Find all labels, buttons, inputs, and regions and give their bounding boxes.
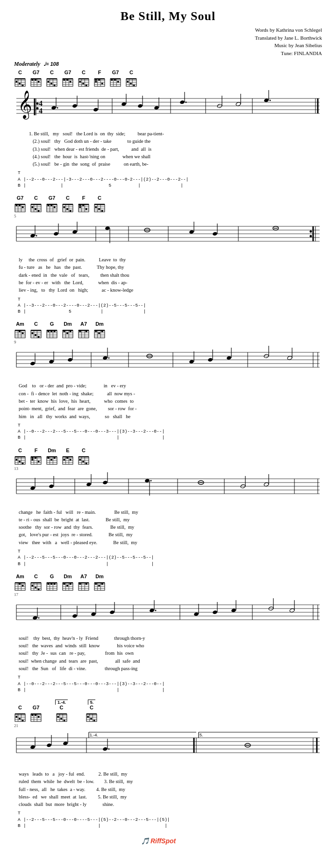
svg-point-150	[50, 204, 52, 206]
chord-diagram-g7-1	[30, 76, 42, 87]
svg-point-464	[193, 612, 199, 616]
chord-a7-s3: A7	[78, 321, 90, 339]
svg-text:1.-4.: 1.-4.	[90, 733, 98, 737]
svg-point-412	[50, 583, 52, 585]
chord-diagram-c	[14, 76, 26, 87]
svg-point-403	[38, 588, 40, 590]
svg-point-301	[287, 356, 292, 360]
svg-point-294	[207, 358, 213, 362]
svg-point-7	[15, 81, 17, 83]
credit-line3: Music by Jean Sibelius	[14, 42, 322, 49]
svg-point-393	[22, 585, 24, 587]
svg-point-250	[63, 330, 65, 332]
tab-section-5: T A|--0---2---2---5---5---0---0---3---|(…	[18, 674, 322, 693]
svg-point-182	[101, 210, 103, 212]
chord-g7-s2: G7	[14, 195, 26, 213]
credits: Words by Kathrina von Schlegel Translate…	[14, 26, 322, 57]
svg-point-231	[35, 334, 36, 336]
chord-diagram-g7-2	[62, 76, 74, 87]
svg-point-213	[310, 235, 312, 238]
svg-text:𝄞: 𝄞	[18, 91, 32, 120]
svg-point-354	[82, 461, 84, 462]
section-3: Am C	[14, 321, 322, 442]
chord-diagram-c2	[46, 76, 58, 87]
chord-volta-1-4: 1.-4. C	[55, 700, 68, 722]
lyric-line-2-1: ly the cross of grief or pain. Leave to …	[19, 256, 322, 264]
watermark: 🎵 RiffSpot	[14, 835, 322, 847]
svg-point-431	[79, 583, 81, 585]
measure-num-3: 9	[14, 340, 322, 344]
svg-point-374	[150, 480, 152, 481]
svg-point-421	[63, 583, 65, 585]
svg-point-192	[53, 232, 58, 236]
svg-point-333	[47, 457, 49, 459]
svg-point-449	[32, 616, 37, 620]
svg-point-189	[30, 234, 35, 238]
chord-diagram-c3	[78, 76, 90, 87]
svg-text:RiffSpot: RiffSpot	[150, 837, 177, 845]
svg-point-85	[36, 107, 39, 110]
svg-point-462	[155, 609, 157, 611]
svg-point-140	[35, 208, 36, 210]
svg-point-312	[15, 459, 17, 461]
lyric-line-2-3: dark - ened in the vale of tears, then s…	[19, 272, 322, 279]
svg-point-131	[22, 206, 24, 208]
svg-point-504	[57, 716, 59, 718]
svg-point-535	[108, 749, 110, 750]
section-4: C F	[14, 448, 322, 569]
svg-point-222	[22, 332, 24, 334]
svg-point-191	[36, 235, 37, 237]
svg-point-451	[38, 617, 40, 618]
svg-point-413	[54, 583, 56, 585]
page: Be Still, My Soul Words by Kathrina von …	[0, 0, 336, 866]
svg-point-103	[137, 104, 143, 108]
svg-point-516	[93, 720, 95, 721]
svg-point-287	[108, 357, 110, 359]
svg-point-203	[189, 230, 194, 234]
staff-notation-1: 𝄞 4 4	[14, 88, 322, 130]
svg-point-69	[114, 79, 116, 81]
svg-point-353	[79, 459, 81, 461]
svg-point-232	[38, 336, 40, 338]
svg-point-372	[144, 478, 150, 483]
svg-point-194	[72, 230, 77, 234]
svg-point-57	[95, 79, 97, 81]
svg-point-322	[31, 457, 33, 459]
credit-line2: Translated by Jane L. Borthwick	[14, 34, 322, 42]
svg-point-117	[264, 98, 269, 102]
lyric-line-2-4: be for - ev - er with the Lord, when dis…	[19, 279, 322, 287]
svg-point-367	[86, 482, 91, 486]
lyrics-section-1: 1. Be still, my soul! the Lord is on thy…	[29, 130, 322, 168]
section-2: G7 C	[14, 195, 322, 316]
chord-c-s2c: C	[93, 195, 106, 213]
chord-a7-s5: A7	[78, 574, 90, 591]
tab-section-2: T A|--3---2---0---2----0---2---|(2)--5--…	[18, 296, 322, 315]
chord-g7-s2b: G7	[46, 195, 58, 213]
staff-notation-3	[14, 345, 322, 382]
svg-point-171	[79, 206, 81, 208]
chord-volta-5: 5. C	[86, 700, 98, 722]
tab-line-t: T	[18, 170, 322, 176]
svg-point-181	[98, 208, 100, 210]
svg-point-251	[66, 332, 68, 334]
svg-point-252	[70, 330, 71, 332]
chord-g7-2: G7	[62, 70, 74, 87]
chord-dm-s3b: Dm	[93, 321, 106, 339]
lyric-line-1-4: (4.) soul! the hour is hast-'ning on whe…	[29, 153, 322, 161]
chord-c-s4b: C	[78, 448, 90, 465]
tab-line-b-label: B | | 5 | |	[18, 182, 322, 189]
svg-point-105	[154, 105, 159, 110]
svg-point-334	[50, 459, 52, 461]
svg-point-523	[30, 745, 35, 749]
svg-point-212	[310, 231, 312, 233]
svg-point-139	[31, 206, 33, 208]
svg-point-19	[38, 81, 40, 83]
svg-point-48	[82, 83, 84, 84]
svg-text:🎵: 🎵	[141, 837, 151, 845]
section-6: C G7	[14, 700, 322, 831]
svg-point-323	[35, 457, 36, 459]
credit-line4: Tune: FINLANDIA	[14, 49, 322, 57]
svg-point-495	[35, 714, 36, 716]
svg-point-240	[47, 330, 49, 332]
svg-point-78	[127, 81, 129, 83]
